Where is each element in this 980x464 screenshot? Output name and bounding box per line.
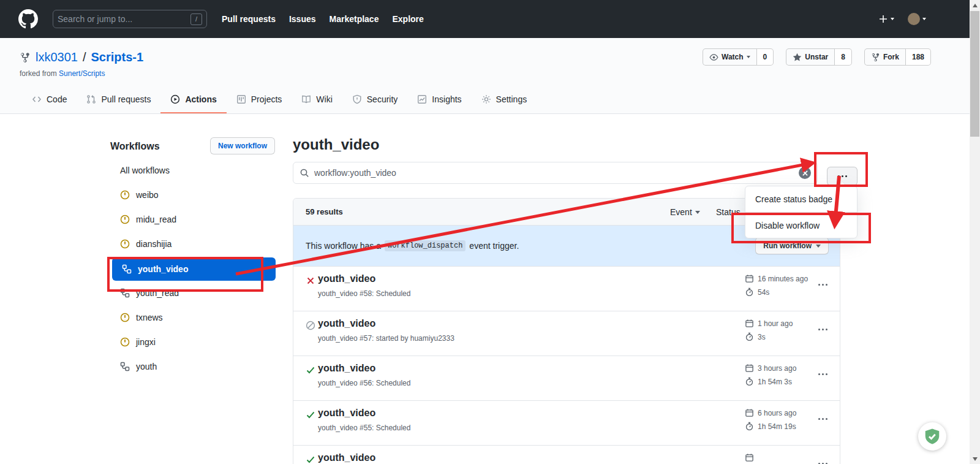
run-options-button[interactable] bbox=[818, 329, 827, 330]
global-search-input[interactable] bbox=[58, 14, 190, 24]
banner-text-suffix: event trigger. bbox=[469, 241, 519, 251]
watch-button[interactable]: Watch bbox=[703, 48, 757, 66]
repo-owner-link[interactable]: lxk0301 bbox=[36, 50, 78, 64]
run-duration: 54s bbox=[745, 287, 769, 297]
repo-actions: Watch 0 Unstar 8 Fo bbox=[703, 48, 931, 66]
banner-code: workflow_dispatch bbox=[385, 240, 466, 251]
forked-from-label: forked from bbox=[20, 69, 57, 78]
book-icon bbox=[301, 94, 311, 104]
run-workflow-button[interactable]: Run workflow bbox=[755, 237, 829, 254]
sidebar-item-midu-read[interactable]: midu_read bbox=[110, 207, 276, 232]
sidebar-item-youth-read[interactable]: youth_read bbox=[110, 281, 276, 305]
workflow-label: All workflows bbox=[120, 165, 170, 175]
tab-insights[interactable]: Insights bbox=[407, 86, 471, 113]
sidebar-item-dianshijia[interactable]: dianshijia bbox=[110, 232, 276, 256]
run-duration-label: 54s bbox=[758, 288, 769, 297]
run-duration-label: 3s bbox=[758, 333, 766, 341]
menu-item-create-status-badge[interactable]: Create status badge bbox=[745, 186, 857, 212]
plus-icon bbox=[878, 14, 888, 24]
fork-group: Fork 188 bbox=[864, 48, 931, 66]
fork-note: forked from Sunert/Scripts bbox=[20, 69, 105, 78]
warning-icon bbox=[120, 239, 130, 249]
run-title[interactable]: youth_video bbox=[318, 363, 375, 374]
banner-text-prefix: This workflow has a bbox=[306, 241, 381, 251]
run-title[interactable]: youth_video bbox=[318, 318, 375, 329]
page-scrollbar[interactable] bbox=[970, 0, 980, 464]
calendar-icon bbox=[745, 408, 754, 417]
stopwatch-icon bbox=[745, 332, 754, 341]
repo-name-link[interactable]: Scripts-1 bbox=[91, 50, 144, 64]
tab-wiki[interactable]: Wiki bbox=[292, 86, 342, 113]
sidebar-item-youth-video[interactable]: youth_video bbox=[112, 257, 276, 281]
tab-label: Code bbox=[47, 94, 67, 104]
run-title[interactable]: youth_video bbox=[318, 452, 375, 463]
sidebar-item-weibo[interactable]: weibo bbox=[110, 183, 276, 207]
chevron-down-icon bbox=[816, 245, 821, 248]
run-duration: 3s bbox=[745, 332, 766, 341]
watch-label: Watch bbox=[722, 53, 744, 61]
tab-label: Wiki bbox=[316, 94, 332, 104]
close-icon bbox=[802, 170, 808, 176]
create-new-button[interactable] bbox=[878, 14, 894, 24]
event-filter-label: Event bbox=[670, 207, 692, 217]
sidebar-item-jingxi[interactable]: jingxi bbox=[110, 330, 276, 354]
tab-pull-requests[interactable]: Pull requests bbox=[77, 86, 160, 113]
run-time-label: 16 minutes ago bbox=[758, 275, 808, 283]
unstar-label: Unstar bbox=[805, 53, 828, 61]
tab-actions[interactable]: Actions bbox=[160, 86, 226, 113]
run-subtitle: youth_video #56: Scheduled bbox=[318, 379, 410, 387]
tab-code[interactable]: Code bbox=[22, 86, 77, 113]
nav-pull-requests[interactable]: Pull requests bbox=[222, 14, 276, 24]
run-options-button[interactable] bbox=[818, 284, 827, 286]
adguard-shield-button[interactable] bbox=[918, 422, 946, 451]
watch-count[interactable]: 0 bbox=[757, 48, 774, 66]
sidebar-item-all-workflows[interactable]: All workflows bbox=[110, 158, 276, 183]
stopwatch-icon bbox=[745, 422, 754, 431]
scrollbar-thumb[interactable] bbox=[970, 11, 979, 137]
play-circle-icon bbox=[170, 94, 180, 104]
workflow-search-input[interactable] bbox=[314, 168, 799, 178]
github-logo-icon[interactable] bbox=[18, 9, 38, 29]
watch-group: Watch 0 bbox=[703, 48, 774, 66]
star-count[interactable]: 8 bbox=[835, 48, 852, 66]
sidebar-item-txnews[interactable]: txnews bbox=[110, 305, 276, 330]
fork-count[interactable]: 188 bbox=[906, 48, 931, 66]
stopwatch-icon bbox=[745, 377, 754, 386]
nav-issues[interactable]: Issues bbox=[289, 14, 316, 24]
clear-search-button[interactable] bbox=[799, 167, 811, 179]
unstar-button[interactable]: Unstar bbox=[786, 48, 835, 66]
run-options-button[interactable] bbox=[818, 373, 827, 375]
run-title[interactable]: youth_video bbox=[318, 408, 375, 419]
tab-projects[interactable]: Projects bbox=[227, 86, 292, 113]
workflow-label: youth_video bbox=[138, 264, 188, 274]
tab-label: Insights bbox=[432, 94, 461, 104]
run-time: 1 hour ago bbox=[745, 319, 793, 328]
status-filter[interactable]: Status bbox=[716, 207, 741, 217]
fork-source-link[interactable]: Sunert/Scripts bbox=[59, 69, 105, 78]
workflow-label: youth_read bbox=[136, 288, 179, 298]
sidebar-item-youth[interactable]: youth bbox=[110, 354, 276, 379]
user-menu-button[interactable] bbox=[908, 13, 926, 25]
stopwatch-icon bbox=[745, 287, 754, 297]
nav-marketplace[interactable]: Marketplace bbox=[330, 14, 379, 24]
chevron-down-icon bbox=[891, 18, 894, 20]
scroll-up-button[interactable] bbox=[970, 0, 980, 10]
repo-separator: / bbox=[83, 50, 86, 64]
avatar bbox=[908, 13, 920, 25]
tab-settings[interactable]: Settings bbox=[472, 86, 537, 113]
run-title[interactable]: youth_video bbox=[318, 273, 375, 284]
nav-explore[interactable]: Explore bbox=[392, 14, 423, 24]
run-workflow-label: Run workflow bbox=[763, 242, 812, 250]
workflow-icon bbox=[120, 362, 130, 371]
new-workflow-button[interactable]: New workflow bbox=[210, 137, 275, 154]
run-options-button[interactable] bbox=[818, 418, 827, 420]
scroll-down-button[interactable] bbox=[970, 454, 980, 464]
menu-item-disable-workflow[interactable]: Disable workflow bbox=[745, 212, 857, 238]
workflow-label: youth bbox=[136, 362, 157, 371]
chevron-down-icon bbox=[695, 211, 700, 214]
workflow-label: midu_read bbox=[136, 215, 176, 224]
fork-button[interactable]: Fork bbox=[864, 48, 906, 66]
tab-security[interactable]: Security bbox=[342, 86, 408, 113]
workflow-icon bbox=[122, 264, 132, 274]
event-filter[interactable]: Event bbox=[670, 207, 700, 217]
